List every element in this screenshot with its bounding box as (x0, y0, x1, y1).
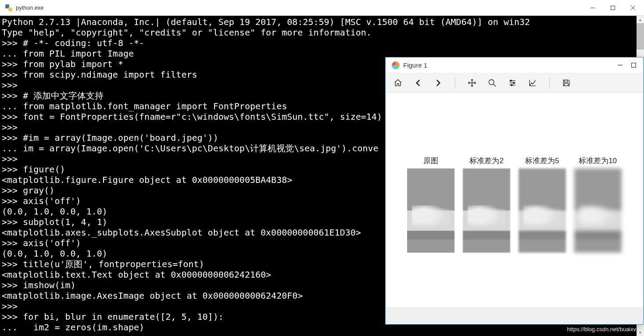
watermark: https://blog.csdn.net/buaixv (567, 326, 636, 332)
subplot-image (519, 168, 566, 253)
toolbar-axes-button[interactable] (527, 78, 538, 88)
toolbar-zoom-button[interactable] (487, 78, 497, 88)
figure-window-title: Figure 1 (403, 61, 427, 69)
figure-toolbar (386, 73, 643, 93)
figure-titlebar[interactable]: Figure 1 (386, 57, 643, 73)
figure-canvas[interactable]: 原图 标准差为2 标准差为5 标准差为10 (386, 93, 643, 307)
minimize-button[interactable] (583, 1, 603, 14)
subplot-title: 标准差为2 (463, 156, 510, 166)
subplot-image (574, 168, 622, 253)
main-titlebar[interactable]: python.exe (0, 0, 644, 16)
toolbar-separator (549, 77, 550, 89)
toolbar-pan-button[interactable] (467, 78, 477, 88)
matplotlib-icon (392, 61, 400, 69)
toolbar-back-button[interactable] (413, 78, 423, 88)
subplot-image (407, 168, 454, 253)
close-button[interactable] (623, 1, 643, 14)
svg-point-13 (511, 84, 512, 86)
figure-window-controls (618, 61, 640, 69)
subplot-title: 标准差为10 (574, 156, 622, 166)
toolbar-forward-button[interactable] (433, 78, 444, 88)
scroll-down-icon[interactable]: ▾ (637, 329, 644, 336)
subplot-4: 标准差为10 (574, 156, 622, 253)
subplot-image (463, 168, 510, 253)
svg-rect-5 (632, 63, 636, 67)
svg-point-6 (489, 79, 494, 85)
main-window-title: python.exe (16, 4, 44, 11)
toolbar-separator (455, 77, 455, 89)
svg-point-11 (510, 80, 512, 81)
figure-statusbar (386, 307, 643, 324)
toolbar-home-button[interactable] (393, 78, 403, 88)
subplot-title: 原图 (407, 156, 454, 166)
minimize-button[interactable] (618, 61, 623, 69)
subplot-3: 标准差为5 (519, 156, 566, 253)
svg-line-7 (494, 84, 496, 86)
subplot-1: 原图 (407, 156, 454, 253)
subplot-2: 标准差为2 (463, 156, 510, 253)
subplot-title: 标准差为5 (519, 156, 566, 166)
maximize-button[interactable] (631, 61, 636, 69)
figure-window: Figure 1 原图 标准差为2 标准差为5 (385, 57, 644, 325)
scroll-up-icon[interactable]: ▴ (637, 16, 644, 23)
maximize-button[interactable] (603, 1, 623, 14)
svg-point-12 (513, 82, 515, 83)
svg-rect-1 (611, 6, 615, 10)
subplot-row: 原图 标准差为2 标准差为5 标准差为10 (386, 156, 643, 253)
python-icon (5, 4, 12, 11)
toolbar-save-button[interactable] (561, 78, 572, 88)
main-window-controls (583, 1, 643, 14)
toolbar-configure-button[interactable] (507, 78, 518, 88)
scroll-thumb[interactable] (637, 23, 644, 50)
